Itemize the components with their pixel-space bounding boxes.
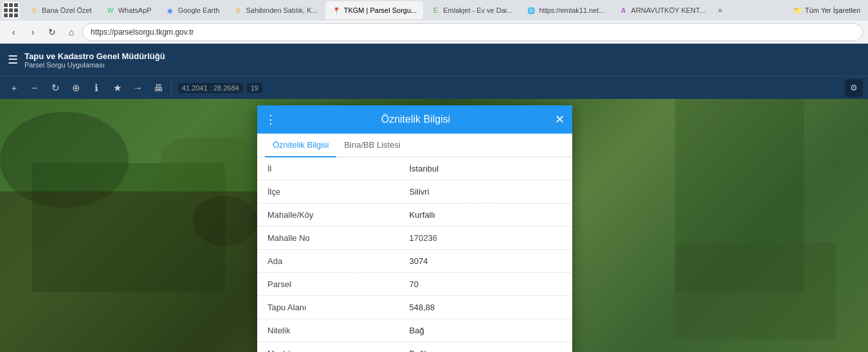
toolbar-bookmark[interactable]: ★ xyxy=(108,79,126,97)
app-menu-icon[interactable]: ☰ xyxy=(8,53,18,67)
tab-emlakjet[interactable]: E Emlakjet - Ev ve Dai... xyxy=(424,1,519,19)
toolbar: + − ↻ ⊕ ℹ ★ → 🖶 41.2041 : 28.2684 19 ⚙ xyxy=(0,76,868,99)
settings-icon: ⚙ xyxy=(850,83,858,92)
field-label-3: Mahalle No xyxy=(257,227,399,250)
field-value-7: Bağ xyxy=(399,319,573,342)
tab-favicon-emlakjet: E xyxy=(431,6,440,15)
forward-button[interactable]: › xyxy=(24,24,41,40)
field-label-5: Parsel xyxy=(257,273,399,296)
tab-bar: S Bana Özel Özet W WhatsApP ◉ Google Ear… xyxy=(0,0,868,21)
refresh-button[interactable]: ↻ xyxy=(44,24,60,40)
bookmark-folder-label: Tüm Yer İşaretleri xyxy=(805,6,860,14)
tab-label-sahibinden: Sahibinden Satılık, K... xyxy=(246,6,317,14)
app-header: ☰ Tapu ve Kadastro Genel Müdürlüğü Parse… xyxy=(0,44,868,76)
data-table: İl İstanbul İlçe Silivri Mahalle/Köy Kur… xyxy=(257,157,572,352)
modal-dialog: ⋮ Öznitelik Bilgisi ✕ Öznitelik Bilgisi … xyxy=(257,105,572,352)
bookmark-folder-icon: 📁 xyxy=(793,6,802,15)
back-button[interactable]: ‹ xyxy=(5,24,22,40)
app-header-title: Tapu ve Kadastro Genel Müdürlüğü xyxy=(24,51,165,61)
tab-label-emlakjet: Emlakjet - Ev ve Dai... xyxy=(443,6,512,14)
app-header-subtitle: Parsel Sorgu Uygulaması xyxy=(24,61,165,69)
field-label-1: İlçe xyxy=(257,180,399,204)
toolbar-info[interactable]: ℹ xyxy=(87,79,105,97)
field-value-8: Bağlar xyxy=(399,342,573,353)
tab-google-earth[interactable]: ◉ Google Earth xyxy=(159,1,226,19)
field-value-0: İstanbul xyxy=(399,157,573,180)
toolbar-share[interactable]: → xyxy=(129,79,147,97)
tab-oznitelik-label: Öznitelik Bilgisi xyxy=(273,140,329,150)
toolbar-coordinates: 41.2041 : 28.2684 xyxy=(178,83,243,93)
modal-close-button[interactable]: ✕ xyxy=(555,112,565,127)
bookmark-folder[interactable]: 📁 Tüm Yer İşaretleri xyxy=(788,6,865,15)
tab-label-bana-ozel: Bana Özel Özet xyxy=(42,6,92,14)
tab-sahibinden[interactable]: S Sahibinden Satılık, K... xyxy=(227,1,323,19)
modal-content[interactable]: İl İstanbul İlçe Silivri Mahalle/Köy Kur… xyxy=(257,157,572,352)
tab-emlak11[interactable]: 🌐 https://emlak11.net... xyxy=(520,1,611,19)
field-value-5: 70 xyxy=(399,273,573,296)
toolbar-separator xyxy=(171,82,172,94)
modal-tabs: Öznitelik Bilgisi Bina/BB Listesi xyxy=(257,134,572,157)
nav-bar: ‹ › ↻ ⌂ https://parselsorgu.tkgm.gov.tr xyxy=(0,21,868,44)
table-row: İlçe Silivri xyxy=(257,180,572,204)
table-row: Mahalle/Köy Kurfallı xyxy=(257,204,572,227)
field-label-0: İl xyxy=(257,157,399,180)
tab-favicon-emlak11: 🌐 xyxy=(527,6,536,15)
toolbar-zoom-in[interactable]: + xyxy=(5,79,23,97)
tab-label-whatsapp: WhatsApP xyxy=(118,6,152,14)
toolbar-refresh[interactable]: ↻ xyxy=(46,79,64,97)
modal-header: ⋮ Öznitelik Bilgisi ✕ xyxy=(257,105,572,134)
field-label-7: Nitelik xyxy=(257,319,399,342)
toolbar-print[interactable]: 🖶 xyxy=(149,79,167,97)
tab-arnavutkoy[interactable]: A ARNAVUTKÖY KENT... xyxy=(613,1,712,19)
more-tabs-button[interactable]: » xyxy=(713,6,728,15)
field-label-6: Tapu Alanı xyxy=(257,296,399,319)
content-area: ☰ Tapu ve Kadastro Genel Müdürlüğü Parse… xyxy=(0,44,868,352)
page: S Bana Özel Özet W WhatsApP ◉ Google Ear… xyxy=(0,0,868,352)
field-value-4: 3074 xyxy=(399,250,573,273)
modal-title: Öznitelik Bilgisi xyxy=(282,114,550,125)
field-value-3: 170236 xyxy=(399,227,573,250)
tab-bina-label: Bina/BB Listesi xyxy=(344,140,400,150)
tab-tkgm[interactable]: 📍 TKGM | Parsel Sorgu... xyxy=(325,1,424,19)
table-row: Parsel 70 xyxy=(257,273,572,296)
field-label-8: Mevkii xyxy=(257,342,399,353)
tab-favicon-arnavutkoy: A xyxy=(619,6,628,15)
modal-menu-icon[interactable]: ⋮ xyxy=(265,112,276,127)
home-button[interactable]: ⌂ xyxy=(63,24,80,40)
tab-label-tkgm: TKGM | Parsel Sorgu... xyxy=(344,6,417,14)
field-value-2: Kurfallı xyxy=(399,204,573,227)
map-area[interactable]: emlakjet.com ⋮ Öznitelik Bilgisi ✕ Öznit… xyxy=(0,99,868,352)
tab-oznitelik-bilgisi[interactable]: Öznitelik Bilgisi xyxy=(265,134,336,157)
field-label-4: Ada xyxy=(257,250,399,273)
tab-bana-ozel[interactable]: S Bana Özel Özet xyxy=(23,1,98,19)
table-row: Mahalle No 170236 xyxy=(257,227,572,250)
table-row: Nitelik Bağ xyxy=(257,319,572,342)
tab-favicon-whatsapp: W xyxy=(106,6,115,15)
settings-button[interactable]: ⚙ xyxy=(845,79,863,97)
apps-grid-icon xyxy=(1,1,21,20)
tab-favicon-bana-ozel: S xyxy=(30,6,39,15)
tab-favicon-tkgm: 📍 xyxy=(332,6,341,15)
tab-favicon-google-earth: ◉ xyxy=(166,6,175,15)
field-label-2: Mahalle/Köy xyxy=(257,204,399,227)
table-row: Ada 3074 xyxy=(257,250,572,273)
tab-label-google-earth: Google Earth xyxy=(178,6,220,14)
table-row: İl İstanbul xyxy=(257,157,572,180)
apps-grid-button[interactable] xyxy=(3,2,19,19)
app-header-text: Tapu ve Kadastro Genel Müdürlüğü Parsel … xyxy=(24,51,165,69)
toolbar-gps[interactable]: ⊕ xyxy=(67,79,85,97)
address-text: https://parselsorgu.tkgm.gov.tr xyxy=(91,28,854,37)
field-value-1: Silivri xyxy=(399,180,573,204)
field-value-6: 548,88 xyxy=(399,296,573,319)
tab-bina-bb-listesi[interactable]: Bina/BB Listesi xyxy=(336,134,408,157)
tab-favicon-sahibinden: S xyxy=(233,6,242,15)
table-row: Mevkii Bağlar xyxy=(257,342,572,353)
address-bar[interactable]: https://parselsorgu.tkgm.gov.tr xyxy=(82,23,863,41)
toolbar-zoom-out[interactable]: − xyxy=(26,79,44,97)
table-row: Tapu Alanı 548,88 xyxy=(257,296,572,319)
toolbar-zoom-level: 19 xyxy=(247,83,262,93)
tab-label-arnavutkoy: ARNAVUTKÖY KENT... xyxy=(631,6,705,14)
tab-label-emlak11: https://emlak11.net... xyxy=(539,6,604,14)
tab-whatsapp[interactable]: W WhatsApP xyxy=(100,1,158,19)
